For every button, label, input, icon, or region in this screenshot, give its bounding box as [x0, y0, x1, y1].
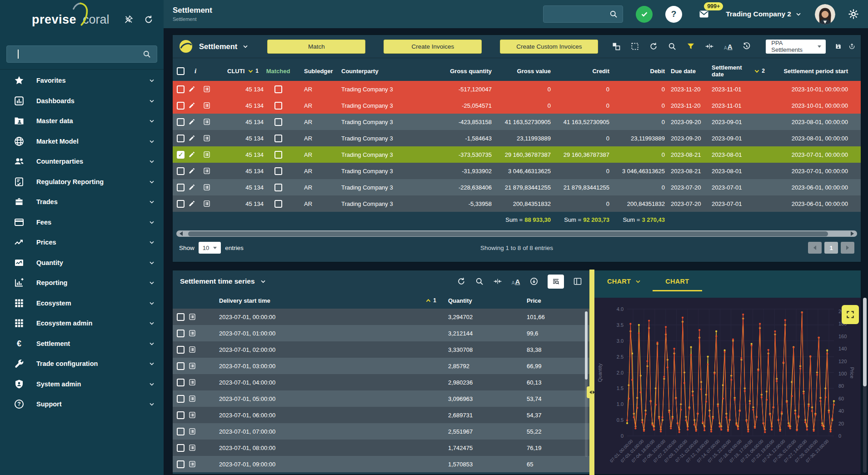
details-icon[interactable] — [203, 150, 211, 159]
fit-columns-icon[interactable] — [493, 277, 502, 286]
timeseries-row[interactable]: 2023-07-01, 09:00:00 1,570853 65 — [173, 456, 589, 472]
matched-checkbox[interactable] — [274, 102, 282, 110]
table-row[interactable]: 45 134 AR Trading Company 3 -373,530735 … — [173, 146, 861, 163]
history-icon[interactable] — [742, 42, 751, 51]
table-row[interactable]: 45 134 AR Trading Company 3 -517,120047 … — [173, 81, 861, 97]
column-header-debit[interactable]: Debit — [609, 68, 665, 75]
refresh-icon[interactable] — [144, 15, 154, 25]
details-icon[interactable] — [188, 313, 196, 321]
row-checkbox[interactable] — [177, 411, 185, 419]
status-ok-button[interactable] — [636, 6, 653, 23]
table-row[interactable]: 45 134 AR Trading Company 3 -423,853158 … — [173, 114, 861, 130]
edit-icon[interactable] — [188, 200, 195, 207]
sidebar-item-fees[interactable]: Fees — [0, 212, 164, 233]
page-size-select[interactable]: 10 — [199, 242, 221, 254]
scroll-right-arrow[interactable] — [851, 231, 854, 236]
global-search-input[interactable] — [543, 5, 623, 23]
timeseries-row[interactable]: 2023-07-01, 03:00:00 2,85792 66,99 — [173, 358, 589, 374]
row-checkbox[interactable] — [177, 184, 185, 191]
row-checkbox[interactable] — [177, 151, 185, 159]
search-icon[interactable] — [142, 50, 151, 59]
column-header-gross-quantity[interactable]: Gross quantity — [425, 68, 492, 75]
row-checkbox[interactable] — [177, 102, 185, 110]
expand-chart-button[interactable] — [842, 305, 859, 324]
sidebar-item-trades[interactable]: Trades — [0, 192, 164, 212]
sidebar-item-regulatory-reporting[interactable]: Regulatory Reporting — [0, 172, 164, 192]
layout-blocks-icon[interactable] — [612, 42, 621, 51]
match-button[interactable]: Match — [267, 40, 365, 54]
panel-splitter[interactable] — [589, 270, 594, 475]
avatar[interactable] — [815, 4, 835, 25]
column-header-due-date[interactable]: Due date — [665, 68, 708, 75]
column-header-quantity[interactable]: Quantity — [441, 297, 519, 304]
scroll-left-arrow[interactable] — [180, 231, 183, 236]
row-checkbox[interactable] — [177, 444, 185, 452]
matched-checkbox[interactable] — [274, 167, 282, 175]
row-checkbox[interactable] — [177, 428, 185, 435]
row-checkbox[interactable] — [177, 135, 185, 142]
next-page-button[interactable] — [841, 242, 854, 254]
chart-vertical-scrollbar[interactable] — [863, 298, 867, 473]
refresh-icon[interactable] — [457, 277, 466, 286]
matched-checkbox[interactable] — [274, 118, 282, 126]
row-checkbox[interactable] — [177, 330, 185, 337]
table-row[interactable]: 45 134 AR Trading Company 3 -31,933902 3… — [173, 163, 861, 179]
details-icon[interactable] — [188, 444, 196, 452]
timeseries-row[interactable]: 2023-07-01, 08:00:00 1,742475 76,19 — [173, 440, 589, 456]
table-row[interactable]: 45 134 AR Trading Company 3 -5,33958 200… — [173, 195, 861, 212]
edit-icon[interactable] — [188, 167, 195, 175]
edit-icon[interactable] — [188, 85, 195, 93]
table-row[interactable]: 45 134 AR Trading Company 3 -25,054571 0… — [173, 97, 861, 114]
scrollbar-thumb[interactable] — [585, 311, 588, 380]
sidebar-item-ecosystem-admin[interactable]: Ecosystem admin — [0, 313, 164, 334]
font-size-icon[interactable]: AA — [511, 277, 520, 286]
search-icon[interactable] — [609, 10, 618, 19]
table-row[interactable]: 45 134 AR Trading Company 3 -1,584643 23… — [173, 130, 861, 146]
sidebar-item-dashboards[interactable]: Dashboards — [0, 91, 164, 111]
help-button[interactable]: ? — [665, 6, 682, 23]
row-checkbox[interactable] — [177, 200, 185, 208]
details-icon[interactable] — [188, 378, 196, 386]
export-icon[interactable] — [848, 42, 855, 51]
filter-icon[interactable] — [686, 42, 695, 51]
row-checkbox[interactable] — [177, 362, 185, 370]
details-icon[interactable] — [203, 101, 211, 110]
sidebar-item-quantity[interactable]: Quantity — [0, 253, 164, 273]
column-header-price[interactable]: Price — [519, 297, 589, 304]
refresh-icon[interactable] — [649, 42, 658, 51]
column-header-subledger[interactable]: Subledger — [293, 68, 332, 75]
row-checkbox[interactable] — [177, 346, 185, 354]
column-header-cluti[interactable]: CLUTI 1 — [220, 68, 264, 75]
sidebar-item-counterparties[interactable]: Counterparties — [0, 151, 164, 172]
sidebar-search-input[interactable] — [6, 45, 157, 63]
row-checkbox[interactable] — [177, 460, 185, 468]
sidebar-item-market-model[interactable]: Market Model — [0, 131, 164, 152]
view-select[interactable]: PPA Settlements — [766, 40, 826, 54]
column-header-settlement-date[interactable]: Settlement date 2 — [708, 64, 765, 78]
row-checkbox[interactable] — [177, 85, 185, 93]
edit-icon[interactable] — [188, 102, 195, 109]
settings-gear-icon[interactable] — [848, 9, 859, 20]
timeseries-row[interactable]: 2023-07-01, 05:00:00 3,096963 53,74 — [173, 390, 589, 407]
create-invoices-button[interactable]: Create Invoices — [384, 40, 482, 54]
table-row[interactable]: 45 134 AR Trading Company 3 -228,638406 … — [173, 179, 861, 195]
selection-icon[interactable] — [630, 42, 639, 51]
edit-icon[interactable] — [188, 184, 195, 191]
edit-icon[interactable] — [188, 151, 195, 158]
column-header-gross-value[interactable]: Gross value — [492, 68, 551, 75]
timeseries-row[interactable]: 2023-07-01, 07:00:00 2,551967 55,22 — [173, 423, 589, 440]
prev-page-button[interactable] — [808, 242, 822, 254]
details-icon[interactable] — [188, 345, 196, 354]
matched-checkbox[interactable] — [274, 135, 282, 142]
row-checkbox[interactable] — [177, 379, 185, 386]
horizontal-scrollbar[interactable] — [176, 230, 857, 237]
details-icon[interactable] — [188, 427, 196, 435]
sidebar-item-ecosystem[interactable]: Ecosystem — [0, 293, 164, 314]
column-header-credit[interactable]: Credit — [551, 68, 609, 75]
details-icon[interactable] — [203, 85, 211, 93]
details-icon[interactable] — [188, 329, 196, 337]
select-all-checkbox[interactable] — [177, 67, 185, 75]
details-icon[interactable] — [203, 134, 211, 142]
company-selector[interactable]: Trading Company 2 — [726, 10, 802, 18]
timeseries-title-dropdown[interactable]: Settlement time series — [180, 277, 267, 285]
